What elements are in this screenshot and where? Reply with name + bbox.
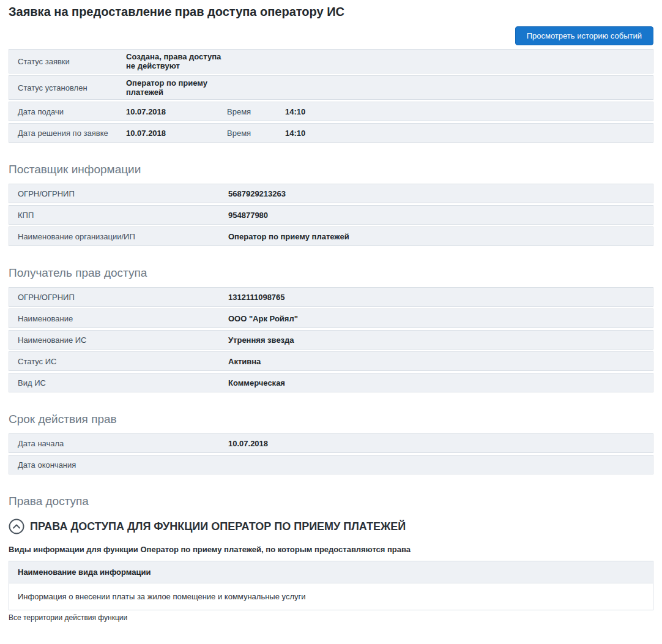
row-label: Статус ИС	[9, 357, 228, 366]
info-types-table: Наименование вида информации Информация …	[9, 561, 653, 610]
access-rights-section-heading: Права доступа	[9, 495, 653, 508]
info-types-column-header: Наименование вида информации	[9, 561, 653, 583]
view-history-button[interactable]: Просмотреть историю событий	[515, 26, 653, 45]
row-label: Дата решения по заявке	[9, 129, 126, 138]
row-value: Оператор по приему платежей	[126, 78, 227, 97]
request-page: Заявка на предоставление прав доступа оп…	[0, 0, 662, 644]
row-label: Наименование	[9, 314, 228, 323]
table-row: КПП 954877980	[9, 205, 653, 225]
validity-table: Дата начала 10.07.2018 Дата окончания	[9, 433, 653, 474]
time-value: 14:10	[285, 107, 305, 116]
table-row: Статус заявки Создана, права доступа не …	[9, 49, 653, 73]
row-value: Коммерческая	[228, 378, 285, 388]
table-row: Наименование ООО "Арк Ройял"	[9, 309, 653, 328]
row-value: 10.07.2018	[126, 107, 227, 116]
table-row: Дата начала 10.07.2018	[9, 433, 653, 453]
table-row: Вид ИС Коммерческая	[9, 373, 653, 392]
row-value: 10.07.2018	[126, 129, 227, 138]
table-row: ОГРН/ОГРНИП 1312111098765	[9, 287, 653, 307]
territories-note: Все территории действия функции	[9, 613, 653, 622]
table-row: Информация о внесении платы за жилое пом…	[9, 583, 653, 610]
recipient-table: ОГРН/ОГРНИП 1312111098765 Наименование О…	[9, 287, 653, 392]
row-label: ОГРН/ОГРНИП	[9, 293, 228, 302]
validity-section-heading: Срок действия прав	[9, 413, 653, 426]
request-status-table: Статус заявки Создана, права доступа не …	[9, 49, 653, 143]
table-row: Дата подачи 10.07.2018 Время 14:10	[9, 102, 653, 121]
table-row: Дата решения по заявке 10.07.2018 Время …	[9, 123, 653, 143]
provider-section-heading: Поставщик информации	[9, 163, 653, 176]
row-value: Активна	[228, 357, 261, 366]
time-value: 14:10	[285, 129, 305, 138]
recipient-section-heading: Получатель прав доступа	[9, 266, 653, 280]
row-label: Дата окончания	[9, 460, 228, 470]
function-rights-title: ПРАВА ДОСТУПА ДЛЯ ФУНКЦИИ ОПЕРАТОР ПО ПР…	[30, 520, 406, 533]
table-row: Наименование ИС Утренняя звезда	[9, 330, 653, 350]
time-label: Время	[227, 107, 285, 116]
row-label: Статус заявки	[9, 57, 126, 66]
time-label: Время	[227, 129, 285, 138]
row-value: 954877980	[228, 211, 268, 220]
table-row: Дата окончания	[9, 455, 653, 474]
row-label: Дата начала	[9, 439, 228, 448]
row-label: Вид ИС	[9, 378, 228, 388]
row-value: Создана, права доступа не действуют	[126, 52, 227, 70]
row-label: КПП	[9, 211, 228, 220]
row-label: Статус установлен	[9, 83, 126, 92]
row-label: Дата подачи	[9, 107, 126, 116]
table-row: Статус установлен Оператор по приему пла…	[9, 75, 653, 100]
row-value: Утренняя звезда	[228, 335, 294, 345]
top-actions: Просмотреть историю событий	[9, 26, 653, 45]
provider-table: ОГРН/ОГРНИП 5687929213263 КПП 954877980 …	[9, 184, 653, 246]
row-label: Наименование организации/ИП	[9, 232, 228, 241]
table-row: Статус ИС Активна	[9, 351, 653, 371]
row-label: Наименование ИС	[9, 335, 228, 345]
info-types-description: Виды информации для функции Оператор по …	[9, 545, 653, 554]
row-value: 1312111098765	[228, 293, 285, 302]
row-value: 5687929213263	[228, 189, 286, 198]
row-value: Оператор по приему платежей	[228, 232, 349, 241]
page-title: Заявка на предоставление прав доступа оп…	[9, 0, 653, 19]
row-value: 10.07.2018	[228, 439, 268, 448]
table-row: ОГРН/ОГРНИП 5687929213263	[9, 184, 653, 203]
chevron-up-circle-icon	[9, 519, 24, 534]
row-value: ООО "Арк Ройял"	[228, 314, 298, 323]
row-label: ОГРН/ОГРНИП	[9, 189, 228, 198]
access-rights-collapse-toggle[interactable]: ПРАВА ДОСТУПА ДЛЯ ФУНКЦИИ ОПЕРАТОР ПО ПР…	[9, 519, 653, 534]
table-row: Наименование организации/ИП Оператор по …	[9, 227, 653, 246]
